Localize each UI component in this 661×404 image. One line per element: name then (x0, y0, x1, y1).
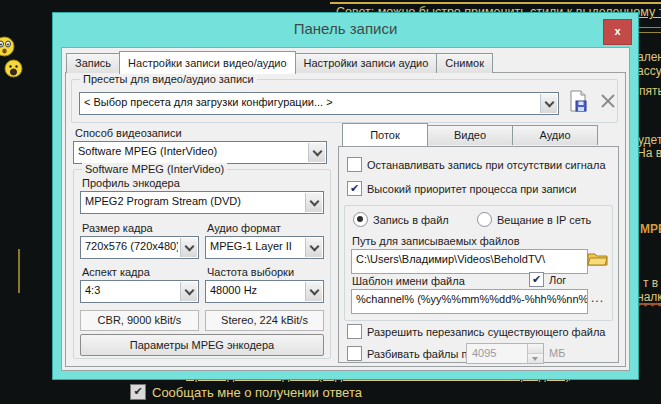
filename-template-label: Шаблон имени файла (352, 275, 465, 287)
window-title: Панель записи (53, 20, 638, 37)
audio-format-combobox[interactable]: MPEG-1 Layer II (205, 236, 324, 259)
video-bitrate-readout: CBR, 9000 kBit/s (80, 310, 199, 331)
tab-stream[interactable]: Поток (342, 123, 428, 146)
sample-rate-label: Частота выборки (207, 266, 294, 278)
audio-format-label: Аудио формат (207, 222, 281, 234)
stop-no-signal-option[interactable]: Останавливать запись при отсутствии сигн… (347, 157, 606, 172)
split-size-value: 4095 (472, 347, 496, 359)
tab-audio-settings[interactable]: Настройки записи аудио (295, 53, 438, 73)
screen: Совет: можно быстро применить стили к вы… (0, 0, 661, 404)
delete-preset-icon[interactable] (600, 93, 616, 109)
aspect-label: Аспект кадра (82, 266, 150, 278)
preset-combobox[interactable]: < Выбор пресета для загрузки конфигураци… (79, 92, 559, 115)
video-method-combobox[interactable]: Software MPEG (InterVideo) (73, 141, 327, 164)
encoder-profile-combobox[interactable]: MPEG2 Program Stream (DVD) (80, 191, 324, 214)
aspect-value: 4:3 (85, 284, 178, 296)
shocked-smiley-icon (0, 36, 15, 57)
audio-bitrate-readout: Stereo, 224 kBit/s (205, 310, 324, 331)
overwrite-label: Разрешить перезапись существующего файла (367, 326, 605, 338)
notify-checkbox-label: Сообщать мне о получении ответа (152, 385, 362, 400)
split-size-stepper[interactable]: 4095 (466, 343, 544, 364)
frame-size-label: Размер кадра (82, 222, 153, 234)
stream-tab-bar: Поток Видео Аудио (342, 123, 597, 145)
clipped-text-fragment: ален (637, 50, 661, 64)
template-browse-button[interactable]: ... (591, 291, 604, 305)
sample-rate-value: 48000 Hz (210, 284, 303, 296)
split-files-label: Разбивать файлы по (367, 348, 474, 360)
tab-video-audio-settings[interactable]: Настройки записи видео/аудио (119, 51, 295, 74)
high-priority-checkbox[interactable] (347, 181, 362, 196)
chevron-down-icon[interactable] (180, 282, 197, 301)
tab-stream-audio[interactable]: Аудио (512, 125, 598, 145)
overwrite-checkbox[interactable] (347, 324, 362, 339)
forum-rule-vertical (18, 249, 20, 293)
record-to-file-label: Запись в файл (373, 214, 449, 226)
video-method-label: Способ видеозаписи (75, 127, 182, 139)
aspect-combobox[interactable]: 4:3 (80, 280, 199, 303)
filename-template-input[interactable]: %channel% (%yy%%mm%%dd%-%hh%%nn% (351, 289, 588, 314)
video-method-value: Software MPEG (InterVideo) (78, 145, 306, 157)
log-checkbox[interactable] (529, 272, 544, 287)
tab-record[interactable]: Запись (66, 53, 120, 73)
record-path-input[interactable]: C:\Users\Владимир\Videos\BeholdTV\ (351, 249, 588, 274)
close-button[interactable]: x (603, 19, 632, 45)
notify-reply-option[interactable]: ✔ Сообщать мне о получении ответа (130, 384, 362, 400)
encoder-profile-value: MPEG2 Program Stream (DVD) (85, 195, 303, 207)
tab-snapshot[interactable]: Снимок (436, 53, 493, 73)
recording-panel-window: Панель записи x Запись Настройки записи … (52, 12, 639, 380)
ip-broadcast-radio[interactable] (477, 212, 492, 227)
sample-rate-combobox[interactable]: 48000 Hz (205, 280, 324, 303)
clipped-text-fragment: удет (638, 133, 661, 147)
clipped-text-fragment: МРЕ (640, 222, 661, 236)
chevron-down-icon[interactable] (540, 94, 557, 113)
chevron-down-icon[interactable] (305, 238, 322, 257)
stop-no-signal-checkbox[interactable] (347, 157, 362, 172)
ip-broadcast-label: Вещание в IP сеть (497, 214, 591, 226)
encoder-profile-label: Профиль энкодера (82, 177, 180, 189)
main-tab-bar: Запись Настройки записи видео/аудио Наст… (66, 51, 492, 73)
clipped-text-fragment: ассу (637, 64, 661, 78)
chevron-down-icon[interactable] (305, 282, 322, 301)
record-to-file-radio[interactable] (353, 212, 368, 227)
stop-no-signal-label: Останавливать запись при отсутствии сигн… (367, 159, 606, 171)
preset-group-caption: Пресеты для видео/аудио записи (80, 73, 257, 85)
split-size-unit-label: МБ (549, 347, 565, 359)
stream-page: Останавливать запись при отсутствии сигн… (338, 146, 619, 363)
clipped-text-fragment: пять (639, 84, 661, 98)
high-priority-option[interactable]: Высокий приоритет процесса при записи (347, 181, 576, 196)
encoder-group-caption: Software MPEG (InterVideo) (82, 163, 227, 175)
clipped-text-fragment: т в (643, 276, 658, 290)
stepper-up-icon[interactable] (528, 344, 543, 354)
mpeg-params-button[interactable]: Параметры MPEG энкодера (80, 334, 324, 356)
frame-size-combobox[interactable]: 720x576 (720x480) (80, 236, 199, 259)
split-files-checkbox[interactable] (347, 346, 362, 361)
high-priority-label: Высокий приоритет процесса при записи (367, 183, 576, 195)
clipped-text-fragment: налк (637, 290, 661, 304)
ip-broadcast-option[interactable]: Вещание в IP сеть (477, 212, 591, 227)
chevron-down-icon[interactable] (180, 238, 197, 257)
browse-folder-icon[interactable] (587, 250, 609, 267)
preset-combobox-value: < Выбор пресета для загрузки конфигураци… (84, 96, 538, 108)
clipped-text-fragment: На в (637, 146, 661, 160)
save-preset-icon[interactable] (568, 90, 588, 112)
preset-group: Пресеты для видео/аудио записи < Выбор п… (71, 79, 618, 123)
split-files-option[interactable]: Разбивать файлы по (347, 346, 474, 361)
log-option[interactable]: Лог (529, 272, 566, 287)
tab-stream-video[interactable]: Видео (427, 125, 513, 145)
video-audio-settings-page: Пресеты для видео/аудио записи < Выбор п… (65, 72, 626, 367)
forum-top-rule (330, 2, 661, 4)
record-path-label: Путь для записываемых файлов (352, 235, 520, 247)
file-output-group: Запись в файл Вещание в IP сеть Путь для… (344, 205, 613, 321)
dialog-body: Запись Настройки записи видео/аудио Наст… (61, 47, 630, 371)
audio-format-value: MPEG-1 Layer II (210, 240, 303, 252)
overwrite-option[interactable]: Разрешить перезапись существующего файла (347, 324, 605, 339)
notify-checkbox[interactable]: ✔ (130, 384, 146, 400)
log-label: Лог (549, 274, 566, 286)
stepper-down-icon[interactable] (528, 354, 543, 363)
record-to-file-option[interactable]: Запись в файл (353, 212, 449, 227)
encoder-group: Software MPEG (InterVideo) Профиль энкод… (73, 169, 331, 359)
chevron-down-icon[interactable] (308, 143, 325, 162)
surprised-smiley-icon (4, 59, 23, 78)
frame-size-value: 720x576 (720x480) (85, 240, 178, 252)
chevron-down-icon[interactable] (305, 193, 322, 212)
